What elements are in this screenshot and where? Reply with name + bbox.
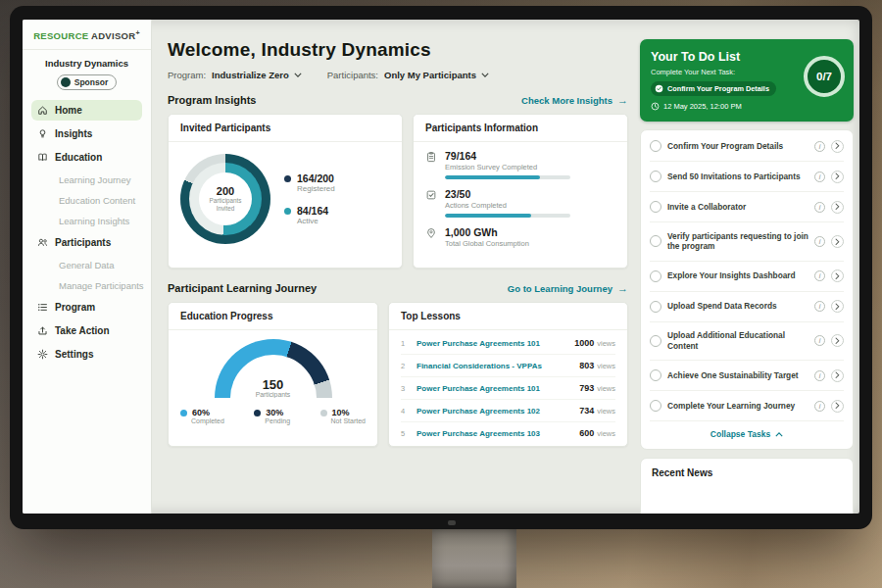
lesson-rank: 3 [401, 384, 409, 393]
info-icon[interactable]: i [814, 370, 825, 381]
sidebar-item-home[interactable]: Home [31, 100, 142, 121]
progress-bar [445, 214, 570, 218]
gauge-center: 150 Participants [215, 378, 332, 398]
todo-task-row[interactable]: Complete Your Learning Journey i [650, 391, 844, 421]
chevron-right-icon[interactable] [831, 171, 844, 183]
stat-value: 23/50 [445, 188, 570, 200]
monitor-brand-dot [448, 520, 456, 525]
task-checkbox[interactable] [650, 369, 662, 381]
task-label: Invite a Collaborator [667, 202, 808, 213]
chevron-right-icon[interactable] [831, 334, 844, 347]
due-date-row: 12 May 2025, 12:00 PM [651, 102, 793, 111]
lesson-row: 5 Power Purchase Agreements 103 600views [401, 422, 615, 444]
arrow-right-icon: → [617, 95, 628, 106]
info-icon[interactable]: i [814, 202, 825, 213]
check-more-insights-link[interactable]: Check More Insights → [521, 95, 628, 106]
lesson-title-link[interactable]: Power Purchase Agreements 101 [416, 384, 571, 393]
task-checkbox[interactable] [650, 171, 662, 182]
sidebar-item-education-content[interactable]: Education Content [31, 191, 142, 209]
org-name: Industry Dynamics [31, 58, 142, 69]
sponsor-badge[interactable]: Sponsor [57, 74, 117, 90]
sidebar-item-education[interactable]: Education [31, 147, 142, 168]
lesson-views-label: views [597, 339, 615, 348]
lesson-rank: 1 [401, 339, 409, 348]
task-label: Complete Your Learning Journey [667, 401, 808, 412]
stat-label: Actions Completed [445, 201, 570, 210]
link-label: Go to Learning Journey [508, 283, 612, 294]
take-action-icon [37, 325, 48, 336]
participants-filter-dropdown[interactable]: Only My Participants [384, 70, 489, 80]
sidebar-item-program[interactable]: Program [31, 297, 142, 318]
info-icon[interactable]: i [814, 172, 825, 182]
info-icon[interactable]: i [814, 335, 825, 346]
todo-task-row[interactable]: Send 50 Invitations to Participants i [650, 162, 844, 192]
chevron-right-icon[interactable] [831, 235, 844, 248]
info-icon[interactable]: i [814, 141, 825, 152]
task-checkbox[interactable] [650, 270, 662, 282]
gauge-center-label: Participants [215, 391, 332, 398]
info-icon[interactable]: i [814, 301, 825, 312]
task-checkbox[interactable] [650, 201, 662, 213]
lesson-title-link[interactable]: Power Purchase Agreements 102 [416, 407, 571, 416]
chevron-right-icon[interactable] [831, 300, 844, 313]
todo-task-row[interactable]: Verify participants requesting to join t… [650, 222, 844, 262]
logo-plus: + [135, 29, 139, 36]
sidebar-item-learning-insights[interactable]: Learning Insights [31, 212, 142, 229]
info-icon[interactable]: i [814, 401, 825, 412]
go-to-learning-journey-link[interactable]: Go to Learning Journey → [508, 283, 628, 294]
chevron-right-icon[interactable] [831, 400, 844, 413]
program-filter: Program: Industrialize Zero [168, 70, 302, 80]
sidebar-item-settings[interactable]: Settings [31, 344, 142, 365]
invited-participants-donut-chart: 200 Participants Invited [180, 154, 270, 244]
lesson-rank: 2 [401, 362, 409, 370]
program-filter-dropdown[interactable]: Industrialize Zero [212, 70, 302, 80]
todo-task-row[interactable]: Upload Spend Data Records i [650, 292, 844, 322]
sidebar-item-insights[interactable]: Insights [31, 123, 142, 144]
card-title: Invited Participants [169, 115, 402, 142]
lesson-views: 803views [579, 361, 615, 370]
program-insights-section-header: Program Insights Check More Insights → [168, 94, 628, 106]
todo-task-row[interactable]: Achieve One Sustainability Target i [650, 361, 844, 391]
chevron-right-icon[interactable] [831, 201, 844, 214]
sidebar-nav: Home Insights Education Learning Journey [31, 100, 142, 365]
program-filter-value: Industrialize Zero [212, 70, 289, 80]
task-checkbox[interactable] [650, 301, 662, 313]
collapse-tasks-link[interactable]: Collapse Tasks [650, 421, 844, 448]
task-checkbox[interactable] [650, 335, 662, 347]
info-icon[interactable]: i [814, 236, 825, 247]
sidebar-item-participants[interactable]: Participants [31, 232, 142, 253]
sidebar-item-manage-participants[interactable]: Manage Participants [31, 276, 142, 294]
info-icon[interactable]: i [814, 270, 825, 281]
monitor: RESOURCE ADVISOR+ Industry Dynamics Spon… [10, 6, 872, 529]
program-insights-cards: Invited Participants 200 Participants In… [168, 114, 628, 269]
task-checkbox[interactable] [650, 140, 662, 152]
sponsor-badge-label: Sponsor [74, 77, 108, 87]
sidebar-item-take-action[interactable]: Take Action [31, 320, 142, 341]
lesson-title-link[interactable]: Power Purchase Agreements 101 [416, 339, 566, 348]
lesson-title-link[interactable]: Power Purchase Agreements 103 [416, 429, 571, 438]
task-checkbox[interactable] [650, 235, 662, 247]
todo-task-row[interactable]: Invite a Collaborator i [650, 192, 844, 222]
sidebar-item-general-data[interactable]: General Data [31, 256, 142, 273]
todo-task-row[interactable]: Explore Your Insights Dashboard i [650, 262, 844, 292]
lesson-views-count: 1000 [574, 338, 594, 348]
legend-value: 60% [192, 408, 210, 417]
sidebar-item-learning-journey[interactable]: Learning Journey [31, 171, 142, 188]
stat-label: Total Global Consumption [445, 239, 529, 248]
chevron-right-icon[interactable] [831, 270, 844, 282]
card-title: Top Lessons [389, 303, 627, 330]
task-checkbox[interactable] [650, 400, 662, 412]
lesson-title-link[interactable]: Financial Considerations - VPPAs [416, 362, 571, 370]
todo-task-row[interactable]: Upload Additional Educational Content i [650, 322, 844, 362]
todo-summary-card: Your To Do List Complete Your Next Task:… [640, 39, 854, 122]
todo-progress-value: 0/7 [816, 71, 832, 82]
screen: RESOURCE ADVISOR+ Industry Dynamics Spon… [23, 20, 859, 514]
todo-task-row[interactable]: Confirm Your Program Details i [650, 131, 844, 162]
legend-item-pending: 30% Pending [254, 408, 290, 424]
lesson-views: 793views [579, 383, 615, 393]
next-task-pill[interactable]: Confirm Your Program Details [651, 81, 776, 96]
lesson-views-label: views [597, 407, 615, 416]
chevron-right-icon[interactable] [831, 140, 844, 153]
lesson-views: 1000views [574, 338, 615, 348]
chevron-right-icon[interactable] [831, 369, 844, 382]
